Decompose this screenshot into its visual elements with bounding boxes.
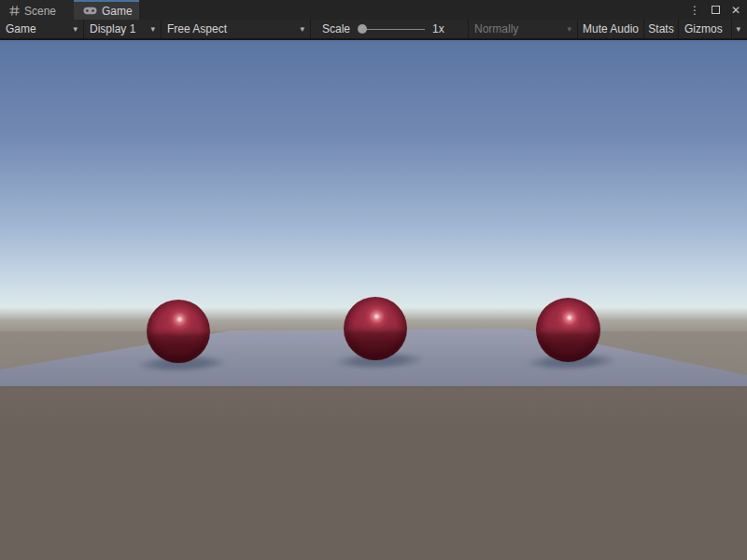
gizmos-label: Gizmos: [684, 22, 723, 35]
gizmos-dropdown[interactable]: Gizmos ▾: [679, 20, 746, 38]
tab-scene-label: Scene: [24, 5, 56, 18]
tab-game[interactable]: Game: [74, 0, 139, 20]
gamepad-icon: [83, 7, 97, 15]
unity-game-view-window: Scene Game ⋮ ✕ Game ▾ Display 1 ▾: [0, 0, 747, 560]
red-metallic-sphere: [536, 298, 600, 362]
red-metallic-sphere: [344, 297, 407, 360]
grid-icon: [9, 6, 20, 16]
maximize-icon[interactable]: [708, 3, 723, 18]
tab-game-label: Game: [102, 5, 133, 18]
play-focus-dropdown: Normally ▾: [468, 20, 578, 38]
play-focus-value: Normally: [474, 22, 518, 35]
sphere-layer: [0, 40, 747, 560]
scale-slider[interactable]: [358, 19, 425, 39]
tab-scene[interactable]: Scene: [0, 0, 74, 20]
game-view-toolbar: Game ▾ Display 1 ▾ Free Aspect ▾ Scale 1…: [0, 20, 747, 40]
display-dropdown[interactable]: Display 1 ▾: [84, 20, 162, 38]
maximize-box: [712, 6, 720, 14]
chevron-down-icon: ▾: [300, 24, 304, 34]
scale-slider-track[interactable]: [365, 29, 425, 31]
stats-button[interactable]: Stats: [644, 20, 679, 38]
kebab-menu-icon[interactable]: ⋮: [687, 3, 702, 18]
gizmos-divider: [731, 19, 732, 39]
aspect-ratio-value: Free Aspect: [167, 22, 227, 35]
aspect-ratio-dropdown[interactable]: Free Aspect ▾: [162, 20, 311, 38]
scale-label: Scale: [322, 22, 350, 35]
chevron-down-icon: ▾: [736, 24, 740, 34]
mute-audio-button[interactable]: Mute Audio: [578, 20, 644, 38]
display-value: Display 1: [90, 22, 135, 35]
window-controls: ⋮ ✕: [687, 0, 745, 20]
view-mode-value: Game: [6, 22, 36, 35]
chevron-down-icon: ▾: [150, 24, 155, 34]
toolbar-spacer: [448, 20, 468, 38]
scale-slider-knob[interactable]: [358, 24, 367, 34]
view-mode-dropdown[interactable]: Game ▾: [0, 20, 84, 38]
game-render-viewport[interactable]: [0, 40, 747, 560]
chevron-down-icon: ▾: [73, 24, 78, 34]
tab-strip: Scene Game ⋮ ✕: [0, 0, 747, 20]
scale-control: Scale 1x: [311, 20, 448, 38]
chevron-down-icon: ▾: [567, 24, 571, 34]
red-metallic-sphere: [147, 300, 210, 363]
scale-value: 1x: [432, 22, 444, 35]
close-icon[interactable]: ✕: [728, 3, 743, 18]
